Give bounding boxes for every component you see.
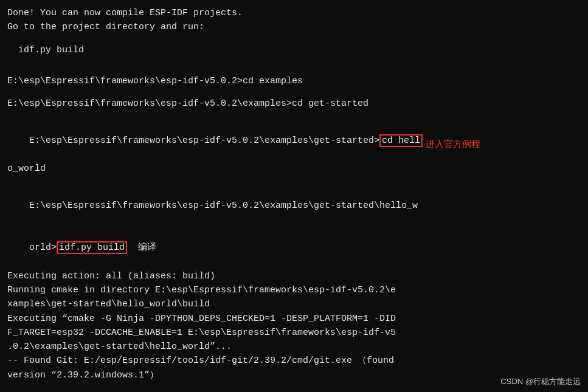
terminal-prompt-hello-world: E:\esp\Espressif\frameworks\esp-idf-v5.0… — [29, 201, 418, 211]
terminal-window: Done! You can now compile ESP-IDF projec… — [0, 0, 588, 392]
compile-annotation-space: 编译 — [127, 242, 156, 253]
spacer-4 — [7, 88, 581, 97]
terminal-prompt-get-started: E:\esp\Espressif\frameworks\esp-idf-v5.0… — [29, 136, 379, 146]
terminal-line-4: idf.py build — [7, 43, 581, 57]
idf-build-cmd-highlight: idf.py build — [57, 241, 127, 254]
terminal-line-cmake-cmd-2: F_TARGET=esp32 -DCCACHE_ENABLE=1 E:\esp\… — [7, 326, 581, 340]
cd-hello-cmd-highlight: cd hell — [379, 134, 423, 147]
spacer-6 — [7, 176, 581, 184]
terminal-line-cmake-2: xamples\get-started\hello_world\build — [7, 297, 581, 311]
terminal-line-cmake-1: Running cmake in directory E:\esp\Espres… — [7, 283, 581, 297]
terminal-line-exec-action: Executing action: all (aliases: build) — [7, 269, 581, 283]
terminal-line-cd-examples: E:\esp\Espressif\frameworks\esp-idf-v5.0… — [7, 74, 581, 88]
terminal-line-cd-hello: E:\esp\Espressif\frameworks\esp-idf-v5.0… — [7, 119, 581, 162]
spacer-5 — [7, 111, 581, 119]
terminal-line-idf-build-2: orld>idf.py build 编译 — [7, 227, 581, 269]
watermark: CSDN @行稳方能走远 — [500, 376, 581, 387]
terminal-line-cmake-cmd-3: .0.2\examples\get-started\hello_world”..… — [7, 340, 581, 354]
spacer-3 — [7, 66, 581, 74]
terminal-line-cmake-cmd-1: Executing “cmake -G Ninja -DPYTHON_DEPS_… — [7, 312, 581, 326]
spacer-2 — [7, 57, 581, 66]
terminal-line-git-2: version “2.39.2.windows.1”） — [7, 368, 581, 382]
terminal-line-1: Done! You can now compile ESP-IDF projec… — [7, 6, 581, 20]
terminal-prompt-hello-world-2: orld> — [29, 242, 57, 253]
annotation-enter-example: 进入官方例程 — [426, 139, 480, 150]
terminal-line-oworld: o_world — [7, 162, 581, 176]
terminal-line-git-1: -- Found Git: E:/esp/Espressif/tools/idf… — [7, 354, 581, 368]
terminal-line-2: Go to the project directory and run: — [7, 20, 581, 34]
terminal-line-idf-build: E:\esp\Espressif\frameworks\esp-idf-v5.0… — [7, 184, 581, 227]
terminal-line-cd-get-started: E:\esp\Espressif\frameworks\esp-idf-v5.0… — [7, 97, 581, 111]
spacer-1 — [7, 35, 581, 43]
